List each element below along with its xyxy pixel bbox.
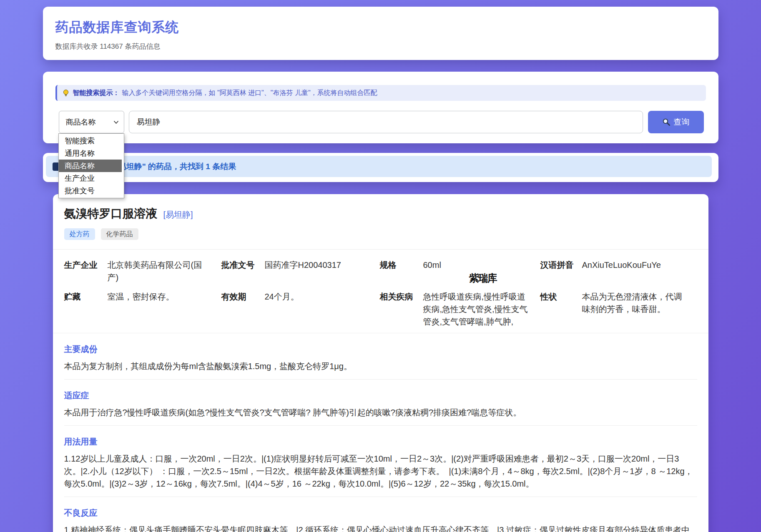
divider [64,425,697,426]
section-adverse: 不良反应 1.精神神经系统：偶见头痛手颤嗜睡不安头晕失眠四肢麻木等。|2.循环系… [53,508,708,532]
info-value-validity: 24个月。 [265,290,380,328]
adverse-segment: 1.精神神经系统：偶见头痛手颤嗜睡不安头晕失眠四肢麻木等。|2.循环系统：偶见心… [64,525,397,532]
chevron-down-icon [113,120,119,124]
search-button[interactable]: 查询 [648,111,704,133]
drug-detail-card: 紫瑞库 氨溴特罗口服溶液 [易坦静] 处方药 化学药品 生产企业 北京韩美药品有… [53,194,708,532]
page-title: 药品数据库查询系统 [55,18,706,37]
drug-name: 氨溴特罗口服溶液 [64,206,158,222]
section-text-ingredients: 本品为复方制剂，其组成成份为每ml含盐酸氨溴索1.5mg，盐酸克仑特罗1μg。 [64,360,697,372]
tip-text: 输入多个关键词用空格分隔，如 "阿莫西林 进口"、"布洛芬 儿童"，系统将自动组… [122,89,377,97]
magnifier-icon [662,118,671,126]
search-card: 智能搜索提示： 输入多个关键词用空格分隔，如 "阿莫西林 进口"、"布洛芬 儿童… [43,72,718,143]
section-dosage: 用法用量 1.12岁以上儿童及成人：口服，一次20ml，一日2次。|(1)症状明… [53,437,708,497]
section-title-indications: 适应症 [64,390,697,400]
section-ingredients: 主要成份 本品为复方制剂，其组成成份为每ml含盐酸氨溴索1.5mg，盐酸克仑特罗… [53,344,708,380]
search-type-value: 商品名称 [66,117,96,127]
header-card: 药品数据库查询系统 数据库共收录 114367 条药品信息 [43,7,718,60]
section-title-adverse: 不良反应 [64,508,697,518]
divider [64,497,697,497]
section-text-indications: 本品用于治疗急?慢性呼吸道疾病(如急?慢性支气管炎?支气管哮喘? 肺气肿等)引起… [64,406,697,419]
dropdown-option-manufacturer[interactable]: 生产企业 [59,172,122,185]
dropdown-option-generic-name[interactable]: 通用名称 [59,147,122,160]
info-value-storage: 室温，密封保存。 [108,290,221,328]
dropdown-option-smart[interactable]: 智能搜索 [59,135,122,147]
section-title-dosage: 用法用量 [64,437,697,447]
info-label-spec: 规格 [380,259,423,284]
divider [64,379,697,380]
search-button-label: 查询 [674,117,690,127]
dropdown-option-trade-name[interactable]: 商品名称 [59,160,122,172]
section-indications: 适应症 本品用于治疗急?慢性呼吸道疾病(如急?慢性支气管炎?支气管哮喘? 肺气肿… [53,390,708,426]
info-value-diseases: 急性呼吸道疾病,慢性呼吸道疾病,急性支气管炎,慢性支气管炎,支气管哮喘,肺气肿, [423,290,540,328]
search-input[interactable] [129,111,643,133]
info-label-validity: 有效期 [221,290,265,328]
result-alert: 商品名称包含 "易坦静" 的药品，共找到 1 条结果 [46,156,712,177]
dropdown-option-approval-number[interactable]: 批准文号 [59,185,122,197]
section-text-dosage: 1.12岁以上儿童及成人：口服，一次20ml，一日2次。|(1)症状明显好转后可… [64,452,697,490]
info-value-pinyin: AnXiuTeLuoKouFuYe [582,259,697,284]
adverse-segment-underlined: 过敏性皮疹 [556,525,598,532]
info-value-character: 本品为无色澄清液体，代调味剂的芳香，味香甜。 [582,290,697,328]
lightbulb-icon [62,89,70,97]
adverse-segment-underlined: 过速血压升高 [397,525,447,532]
tag-prescription: 处方药 [64,228,95,240]
section-text-adverse: 1.精神神经系统：偶见头痛手颤嗜睡不安头晕失眠四肢麻木等。|2.循环系统：偶见心… [64,524,697,532]
info-label-character: 性状 [540,290,582,328]
info-label-pinyin: 汉语拼音 [540,259,582,284]
info-label-approval: 批准文号 [221,259,265,284]
info-value-approval: 国药准字H20040317 [265,259,380,284]
drug-info-grid: 生产企业 北京韩美药品有限公司(国产) 批准文号 国药准字H20040317 规… [53,250,708,333]
search-row: 商品名称 查询 [59,111,706,133]
app-background: 药品数据库查询系统 数据库共收录 114367 条药品信息 智能搜索提示： 输入… [0,0,761,532]
info-value-manufacturer: 北京韩美药品有限公司(国产) [108,259,221,284]
tip-label: 智能搜索提示： [73,89,120,97]
divider [53,333,708,333]
search-type-dropdown: 智能搜索 通用名称 商品名称 生产企业 批准文号 [58,133,124,198]
adverse-segment: 心律不齐等。|3.过敏症：偶见 [447,525,556,532]
drug-trade-name-link[interactable]: [易坦静] [163,209,193,220]
search-type-select[interactable]: 商品名称 [59,111,124,133]
watermark: 紫瑞库 [469,272,497,285]
smart-search-tip: 智能搜索提示： 输入多个关键词用空格分隔，如 "阿莫西林 进口"、"布洛芬 儿童… [55,85,706,101]
tag-chemical: 化学药品 [101,228,138,240]
info-label-manufacturer: 生产企业 [64,259,108,284]
info-label-diseases: 相关疾病 [380,290,423,328]
section-title-ingredients: 主要成份 [64,344,697,354]
database-count-subtitle: 数据库共收录 114367 条药品信息 [55,42,706,51]
result-message-card: 商品名称包含 "易坦静" 的药品，共找到 1 条结果 [43,153,718,182]
info-label-storage: 贮藏 [64,290,108,328]
drug-header: 氨溴特罗口服溶液 [易坦静] 处方药 化学药品 [53,206,708,240]
